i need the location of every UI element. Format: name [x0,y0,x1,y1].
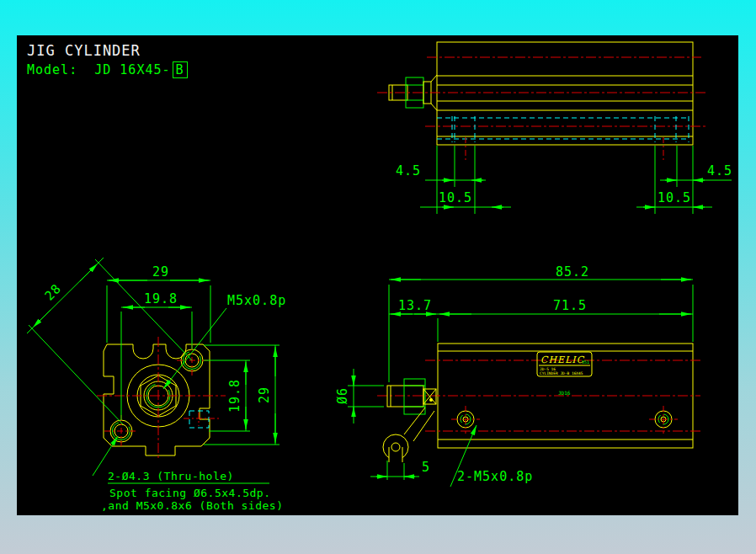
brand-mark: 351 [582,360,589,365]
dim-45-right: 4.5 [707,163,732,178]
port-left [451,406,480,434]
cad-drawing: 4.5 10.5 4.5 10.5 [17,35,738,515]
wrench-flat-fork [383,408,434,462]
dim-rod-dia: Ø6 [335,387,350,404]
dim-hole-spacing-h: 19.8 [144,291,178,306]
dim-total: 85.2 [556,264,589,280]
thru-hole-label: 2-Ø4.3 (Thru-hole) [108,470,234,482]
thread-label: M5x0.8p [227,293,286,308]
dim-45-left: 4.5 [396,163,421,178]
dim-wrench: 5 [422,460,430,475]
brand-name: CHELIC [540,354,585,365]
drawing-canvas: JIG CYLINDER Model: JD 16X45-B [17,35,738,515]
cad-viewer-page: { "title": "JIG CYLINDER", "model": { "l… [0,0,756,554]
dim-hole-spacing-v: 19.8 [227,379,242,413]
dim-height: 29 [257,386,272,403]
dim-width: 29 [152,264,169,280]
note-line1: Spot facing Ø6.5x4.5dp. [109,487,271,499]
dim-body: 71.5 [553,298,587,313]
side-view: CHELIC 351 JD-5 16 CYLINDER JD-B 16X45 J… [335,264,700,487]
dim-105-left: 10.5 [439,190,472,205]
brand-line2: CYLINDER JD-B 16X45 [540,371,583,376]
dim-105-right: 10.5 [658,190,691,205]
brand-label: CHELIC 351 JD-5 16 CYLINDER JD-B 16X45 [537,352,592,376]
body-stamp: JD16 [558,390,571,396]
port-right [649,406,678,434]
note-line2: ,and M5x0.8x6 (Both sides) [101,499,284,512]
rod-nut-side [404,379,425,414]
top-view: 4.5 10.5 4.5 10.5 [377,42,732,214]
dim-rod: 13.7 [398,298,432,313]
front-view: 29 19.8 28 M5x0.8p 19.8 [27,258,286,512]
port-label: 2-M5x0.8p [457,469,533,484]
